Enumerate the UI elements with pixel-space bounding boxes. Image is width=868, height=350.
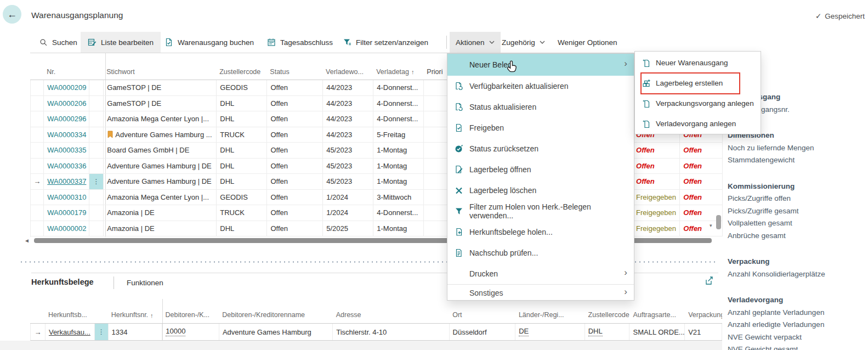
col-header-debitor-name[interactable]: Debitoren-/Kreditorenname bbox=[219, 305, 332, 323]
col-header-zustellercode[interactable]: Zustellercode bbox=[216, 64, 266, 80]
functions-menu-button[interactable]: Funktionen bbox=[127, 279, 163, 287]
col-header-auftragsart[interactable]: Auftragsarte... bbox=[629, 305, 685, 323]
sort-ascending-icon: ↑ bbox=[150, 312, 154, 319]
col-header-land[interactable]: Länder-/Regi... bbox=[515, 305, 585, 323]
load-status-cell: Offen bbox=[680, 159, 723, 174]
back-arrow-icon: ← bbox=[7, 9, 17, 20]
menu-item-lagerbeleg-loeschen[interactable]: Lagerbeleg löschen bbox=[447, 180, 634, 201]
keyword-cell: GameSTOP | DE bbox=[104, 96, 217, 111]
day-close-button[interactable]: Tagesabschluss bbox=[267, 32, 333, 53]
day-cell: 3-Mittwoch bbox=[373, 190, 424, 205]
open-in-new-window-icon[interactable] bbox=[704, 275, 714, 286]
col-header-ort[interactable]: Ort bbox=[449, 305, 515, 323]
row-menu-icon[interactable]: ⋮ bbox=[98, 328, 105, 336]
carrier-cell: GEODIS bbox=[217, 80, 267, 95]
col-header-stichwort[interactable]: Stichwort bbox=[103, 64, 216, 80]
source-table-row[interactable]: → Verkaufsau... ⋮ 1334 10000 Adventure G… bbox=[30, 324, 722, 341]
load-status-cell: Offen bbox=[680, 190, 723, 205]
status-cell: Offen bbox=[267, 80, 323, 95]
row-marker-icon: → bbox=[34, 328, 41, 336]
pick-status-cell: Offen bbox=[633, 143, 680, 158]
verpackung-cell: V21 bbox=[685, 324, 722, 340]
keyword-cell: Amazonia | DE bbox=[104, 221, 217, 236]
search-button[interactable]: Suchen bbox=[39, 32, 77, 53]
week-cell: 44/2023 bbox=[323, 127, 373, 143]
col-header-verladewoche[interactable]: Verladewo... bbox=[322, 64, 373, 80]
shipment-no-link[interactable]: WA0000206 bbox=[47, 99, 86, 108]
search-icon bbox=[39, 38, 48, 47]
menu-item-herkunftsbelege-holen[interactable]: Herkunftsbelege holen... bbox=[447, 222, 634, 242]
bottom-filler bbox=[0, 341, 722, 350]
menu-item-nachschub-pruefen[interactable]: Nachschub prüfen... bbox=[447, 242, 634, 263]
col-header-herkunftsbeleg[interactable]: Herkunftsb... bbox=[45, 305, 94, 323]
week-cell: 45/2023 bbox=[323, 159, 373, 174]
menu-item-verfuegbarkeiten[interactable]: Verfügbarkeiten aktualisieren bbox=[447, 76, 634, 97]
source-nr-cell: 1334 bbox=[109, 324, 163, 340]
carrier-cell: DHL bbox=[217, 143, 267, 158]
scroll-down-icon[interactable]: ▾ bbox=[710, 223, 712, 228]
col-header-adresse[interactable]: Adresse bbox=[333, 305, 449, 323]
page-title: Warenausgangsplanung bbox=[31, 10, 123, 20]
menu-item-lagerbeleg-oeffnen[interactable]: Lagerbeleg öffnen bbox=[447, 159, 634, 180]
ort-cell: Düsseldorf bbox=[450, 324, 516, 340]
check-icon: ✓ bbox=[815, 12, 821, 20]
zusteller-link[interactable]: DHL bbox=[588, 328, 603, 336]
edit-list-label: Liste bearbeiten bbox=[101, 38, 154, 47]
col-header-prioritaet[interactable]: Priori bbox=[427, 68, 442, 76]
day-cell: 1-Montag bbox=[373, 221, 424, 236]
shipment-no-link[interactable]: WA0000335 bbox=[47, 146, 86, 154]
load-status-cell: Offen bbox=[680, 143, 723, 158]
menu-item-sonstiges[interactable]: Sonstiges › bbox=[447, 285, 634, 301]
shipment-no-link[interactable]: WA0000209 bbox=[47, 83, 86, 92]
menu-item-status-zuruecksetzen[interactable]: Status zurücksetzen bbox=[447, 138, 634, 159]
new-document-icon bbox=[642, 59, 651, 67]
land-link[interactable]: DE bbox=[519, 328, 529, 336]
source-docs-title[interactable]: Herkunftsbelege bbox=[31, 278, 94, 286]
menu-item-neuer-beleg[interactable]: Neuer Beleg › bbox=[447, 54, 634, 76]
week-cell: 44/2023 bbox=[323, 96, 373, 111]
vertical-scrollbar[interactable] bbox=[716, 215, 721, 229]
factbox-field-label: Anbrüche gesamt bbox=[728, 230, 866, 242]
edit-list-button[interactable]: Liste bearbeiten bbox=[81, 32, 161, 53]
shipment-no-link[interactable]: WA0000296 bbox=[47, 115, 86, 123]
fewer-options-button[interactable]: Weniger Optionen bbox=[558, 32, 617, 53]
carrier-cell: TRUCK bbox=[217, 205, 267, 221]
actions-menu-button[interactable]: Aktionen bbox=[450, 32, 501, 53]
week-cell: 1/2024 bbox=[323, 190, 373, 205]
back-button[interactable]: ← bbox=[3, 5, 21, 24]
menu-item-freigeben[interactable]: Freigeben bbox=[447, 117, 634, 138]
day-cell: 1-Montag bbox=[373, 143, 424, 158]
save-status-label: Gespeichert bbox=[825, 12, 865, 20]
factbox-field-label: Picks/Zugriffe offen bbox=[728, 193, 866, 205]
day-cell: 4-Donnerst... bbox=[373, 111, 424, 127]
status-cell: Offen bbox=[267, 96, 323, 111]
shipment-no-link[interactable]: WA0000002 bbox=[47, 224, 86, 233]
scroll-left-icon[interactable]: ◄ bbox=[24, 238, 30, 244]
shipment-no-link[interactable]: WA0000179 bbox=[47, 208, 86, 217]
col-header-debitor-nr[interactable]: Debitoren-/K... bbox=[162, 305, 219, 323]
filter-button[interactable]: Filter setzen/anzeigen bbox=[343, 32, 428, 53]
shipment-no-link[interactable]: WA0000310 bbox=[47, 193, 86, 201]
col-header-verladetag[interactable]: Verladetag↑ bbox=[373, 64, 423, 80]
source-doc-link[interactable]: Verkaufsau... bbox=[49, 328, 90, 336]
related-menu-button[interactable]: Zugehörig bbox=[502, 32, 545, 53]
col-header-status[interactable]: Status bbox=[266, 64, 322, 80]
row-menu-icon[interactable]: ⋮ bbox=[93, 178, 100, 185]
shipment-no-link[interactable]: WA0000337 bbox=[47, 177, 86, 185]
col-header-nr[interactable]: Nr. bbox=[43, 64, 88, 80]
menu-item-filter-holen[interactable]: Filter zum Holen von Herk.-Belegen verwe… bbox=[447, 201, 634, 222]
debitor-nr-link[interactable]: 10000 bbox=[166, 328, 185, 336]
col-header-zustellercode[interactable]: Zustellercode bbox=[585, 305, 630, 323]
submenu-item-verpackungsvorgang[interactable]: Verpackungsvorgang anlegen bbox=[635, 93, 761, 114]
menu-item-drucken[interactable]: Drucken › bbox=[447, 263, 634, 284]
factbox-field-label: Vollpaletten gesamt bbox=[728, 217, 866, 230]
submenu-item-verladevorgang[interactable]: Verladevorgang anlegen bbox=[635, 114, 761, 134]
col-header-herkunftsnr[interactable]: Herkunftsnr.↑ bbox=[108, 305, 162, 323]
submenu-item-neuer-warenausgang[interactable]: Neuer Warenausgang bbox=[635, 53, 761, 73]
menu-item-status-aktualisieren[interactable]: Status aktualisieren bbox=[447, 97, 634, 117]
col-header-verpackung[interactable]: Verpackungs bbox=[685, 305, 722, 323]
post-shipment-button[interactable]: Warenausgang buchen bbox=[164, 32, 254, 53]
shipment-no-link[interactable]: WA0000336 bbox=[47, 162, 86, 170]
edit-list-icon bbox=[88, 38, 97, 47]
shipment-no-link[interactable]: WA0000334 bbox=[47, 131, 86, 139]
